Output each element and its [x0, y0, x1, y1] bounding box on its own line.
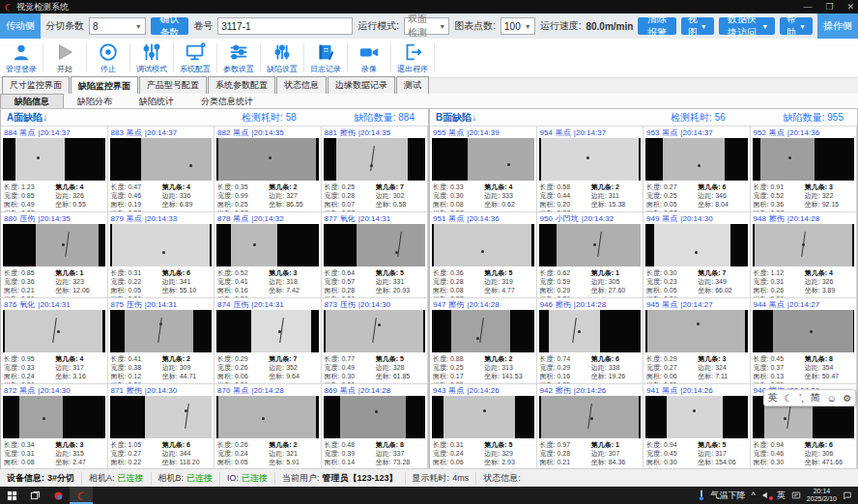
tab-edge-data[interactable]: 边缘数据记录: [328, 76, 395, 94]
defect-card[interactable]: 873 压伤 |20:14:30 长度: 0.77 宽度: 0.49 面积: 0…: [322, 298, 429, 384]
defect-type: 氧化: [340, 213, 356, 224]
defect-settings-button[interactable]: 缺陷设置: [261, 40, 303, 76]
volume-icon[interactable]: [761, 490, 771, 500]
len-value: 0.36: [450, 269, 464, 276]
panel-a-title[interactable]: A面缺陷↓: [1, 111, 47, 125]
task-view-button[interactable]: [23, 487, 46, 504]
defect-card[interactable]: 876 氧化 |20:14:31 长度: 0.95 宽度: 0.33 面积: 0…: [1, 298, 108, 384]
defect-panels: A面缺陷↓ 检测耗时: 58 缺陷数量: 884 884 黑点 |20:14:3…: [0, 108, 858, 469]
roll-number-input[interactable]: [217, 17, 353, 35]
defect-card[interactable]: 949 黑点 |20:14:30 长度: 0.30 宽度: 0.23 面积: 0…: [644, 212, 751, 298]
defect-card[interactable]: 953 黑点 |20:14:37 长度: 0.27 宽度: 0.25 面积: 0…: [644, 126, 751, 212]
record-video-button[interactable]: 录像: [348, 40, 390, 76]
defect-card[interactable]: 884 黑点 |20:14:37 长度: 1.23 宽度: 0.85 面积: 0…: [1, 126, 108, 212]
run-mode-select[interactable]: 双面检测▼: [404, 17, 449, 35]
subtab-defect-distribution[interactable]: 缺陷分布: [64, 95, 126, 109]
defect-card[interactable]: 880 压伤 |20:14:35 长度: 0.85 宽度: 0.36 面积: 0…: [1, 212, 108, 298]
defect-card[interactable]: 874 压伤 |20:14:31 长度: 0.29 宽度: 0.26 面积: 0…: [214, 298, 322, 384]
defect-card[interactable]: 951 黑点 |20:14:36 长度: 0.36 宽度: 0.28 面积: 0…: [430, 212, 537, 298]
admin-login-button[interactable]: 管理登录: [0, 40, 43, 76]
defect-card[interactable]: 943 黑点 |20:14:26 长度: 0.31 宽度: 0.24 面积: 0…: [430, 384, 537, 468]
defect-card[interactable]: 944 黑点 |20:14:27 长度: 0.45 宽度: 0.37 面积: 0…: [751, 298, 858, 384]
close-button[interactable]: ✕: [846, 2, 854, 12]
emoji-icon[interactable]: ☺: [827, 393, 837, 404]
tray-expand-icon[interactable]: ^: [752, 490, 756, 500]
data-quick-access-button[interactable]: 数据快捷访问▼: [719, 17, 775, 35]
defect-card[interactable]: 948 擦伤 |20:14:28 长度: 1.12 宽度: 0.31 面积: 0…: [751, 212, 858, 298]
area-value: 0.05: [235, 459, 248, 465]
inspection-app-icon[interactable]: [70, 487, 93, 504]
user-icon: [11, 42, 32, 63]
minimize-button[interactable]: —: [803, 2, 812, 12]
maximize-button[interactable]: ❐: [825, 2, 833, 12]
defect-type: 黑点: [127, 127, 142, 138]
clock[interactable]: 20:14 2025/2/10: [807, 488, 837, 503]
defect-card[interactable]: 950 小凹坑 |20:14:32 长度: 0.62 宽度: 0.59 面积: …: [537, 212, 644, 298]
defect-card[interactable]: 954 黑点 |20:14:37 长度: 0.58 宽度: 0.44 面积: 0…: [537, 126, 644, 212]
wid-value: 0.28: [557, 450, 570, 457]
defect-card-header: 880 压伤 |20:14:35: [1, 212, 107, 224]
defect-card-header: 873 压伤 |20:14:30: [322, 298, 428, 310]
clear-alarm-button[interactable]: 清除报警: [638, 17, 675, 35]
tab-size-monitor[interactable]: 尺寸监控界面: [2, 76, 70, 94]
exit-program-button[interactable]: 退出程序: [391, 40, 434, 76]
video-camera-icon: [358, 42, 380, 63]
defect-card[interactable]: 952 黑点 |20:14:36 长度: 0.91 宽度: 0.52 面积: 0…: [751, 126, 858, 212]
language-indicator[interactable]: 英: [777, 490, 786, 502]
defect-card[interactable]: 942 擦伤 |20:14:26 长度: 0.97 宽度: 0.28 面积: 0…: [537, 384, 644, 468]
chart-points-select[interactable]: 100▼: [500, 17, 535, 35]
start-menu-button[interactable]: [0, 487, 23, 504]
debug-mode-button[interactable]: 调试模式: [130, 40, 173, 76]
gear-icon[interactable]: ⚙: [844, 393, 852, 404]
tab-system-params[interactable]: 系统参数配置: [208, 76, 275, 94]
defect-card[interactable]: 870 黑点 |20:14:28 长度: 0.26 宽度: 0.24 面积: 0…: [214, 384, 322, 468]
simplified-toggle[interactable]: 简: [811, 391, 820, 405]
defect-card[interactable]: 875 压伤 |20:14:31 长度: 0.41 宽度: 0.38 面积: 0…: [108, 298, 215, 384]
defect-card[interactable]: 955 黑点 |20:14:39 长度: 0.33 宽度: 0.30 面积: 0…: [430, 126, 537, 212]
notification-center-icon[interactable]: [843, 490, 852, 500]
strip-value: 3: [80, 441, 84, 448]
defect-card[interactable]: 878 黑点 |20:14:32 长度: 0.52 宽度: 0.41 面积: 0…: [214, 212, 322, 298]
defect-card[interactable]: 879 黑点 |20:14:33 长度: 0.31 宽度: 0.22 面积: 0…: [108, 212, 215, 298]
defect-time: |20:14:37: [145, 128, 177, 137]
defect-card[interactable]: 947 擦伤 |20:14:28 长度: 0.88 宽度: 0.25 面积: 0…: [430, 298, 537, 384]
log-record-button[interactable]: 日志记录: [304, 40, 347, 76]
punctuation-toggle[interactable]: ’,: [799, 393, 804, 404]
stop-button[interactable]: 停止: [87, 40, 129, 76]
tab-product-config[interactable]: 产品型号配置: [139, 76, 207, 94]
parameter-settings-button[interactable]: 参数设置: [217, 40, 260, 76]
defect-card[interactable]: 871 擦伤 |20:14:30 长度: 1.05 宽度: 0.27 面积: 0…: [108, 384, 215, 468]
confirm-count-button[interactable]: 确认条数: [151, 17, 188, 35]
tab-status-info[interactable]: 状态信息: [276, 76, 327, 94]
moon-icon[interactable]: ☾: [784, 393, 792, 404]
tab-defect-monitor[interactable]: 缺陷监控界面: [71, 76, 138, 95]
margin-value: 315: [72, 450, 84, 457]
help-menu-button[interactable]: 帮助▼: [780, 17, 813, 35]
pinned-app-icon[interactable]: [46, 487, 70, 504]
view-menu-button[interactable]: 视图▼: [681, 17, 714, 35]
defect-card[interactable]: 881 擦伤 |20:14:35 长度: 0.25 宽度: 0.28 面积: 0…: [322, 126, 429, 212]
weather-text[interactable]: 气温下降: [711, 490, 746, 502]
tab-test[interactable]: 测试: [396, 76, 429, 94]
defect-card[interactable]: 946 擦伤 |20:14:28 长度: 0.74 宽度: 0.29 面积: 0…: [537, 298, 644, 384]
system-config-button[interactable]: 系统配置: [174, 40, 216, 76]
subtab-class-stats[interactable]: 分类信息统计: [187, 95, 267, 109]
coord-value: 50.47: [822, 373, 840, 379]
image-strip: [218, 138, 316, 181]
ime-lang-toggle[interactable]: 英: [767, 391, 777, 405]
panel-b-title[interactable]: B面缺陷↓: [430, 111, 476, 125]
slit-count-select[interactable]: 8▼: [89, 17, 146, 35]
defect-type: 擦伤: [340, 127, 356, 138]
defect-card[interactable]: 869 黑点 |20:14:28 长度: 0.48 宽度: 0.39 面积: 0…: [322, 384, 429, 468]
defect-card[interactable]: 883 黑点 |20:14:37 长度: 0.47 宽度: 0.46 面积: 0…: [108, 126, 215, 212]
defect-card-header: 871 擦伤 |20:14:30: [108, 384, 214, 396]
start-button[interactable]: 开始: [43, 40, 86, 76]
defect-card[interactable]: 872 黑点 |20:14:30 长度: 0.34 宽度: 0.31 面积: 0…: [1, 384, 108, 468]
defect-card[interactable]: 882 黑点 |20:14:35 长度: 0.35 宽度: 0.99 面积: 0…: [214, 126, 322, 212]
ime-icon[interactable]: [791, 490, 801, 500]
subtab-defect-stats[interactable]: 缺陷统计: [126, 95, 187, 109]
defect-card[interactable]: 945 黑点 |20:14:27 长度: 0.29 宽度: 0.27 面积: 0…: [644, 298, 751, 384]
defect-thumbnail: [110, 310, 213, 352]
defect-card[interactable]: 877 氧化 |20:14:31 长度: 0.64 宽度: 0.57 面积: 0…: [322, 212, 429, 298]
defect-card[interactable]: 941 黑点 |20:14:26 长度: 0.94 宽度: 0.45 面积: 0…: [644, 384, 751, 468]
